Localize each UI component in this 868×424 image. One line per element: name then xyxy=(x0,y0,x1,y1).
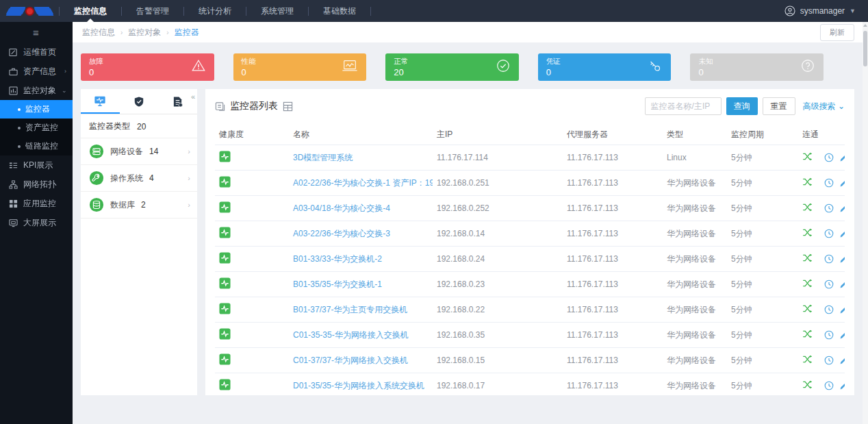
edit-icon[interactable] xyxy=(839,356,845,365)
type-item-network-device[interactable]: 网络设备 14 › xyxy=(81,138,197,165)
collapse-panel-icon[interactable]: « xyxy=(191,92,195,101)
sidebar-subitem-link-monitor[interactable]: 链路监控 xyxy=(0,137,73,155)
type-item-operating-system[interactable]: 操作系统 4 › xyxy=(81,165,197,192)
vertical-scrollbar[interactable] xyxy=(863,22,868,424)
monitor-name-link[interactable]: B01-37/37-华为主页专用交换机 xyxy=(293,305,407,314)
table-row[interactable]: B01-33/33-华为交换机-2 192.168.0.24 11.176.17… xyxy=(215,247,845,272)
username: sysmanager xyxy=(800,6,845,16)
edit-icon[interactable] xyxy=(839,331,845,340)
sidebar-subitem-asset-monitor[interactable]: 资产监控 xyxy=(0,119,73,137)
schedule-icon[interactable] xyxy=(824,254,834,264)
edit-icon[interactable] xyxy=(839,305,845,314)
monitor-name-link[interactable]: C01-35-35-华为网络接入交换机 xyxy=(293,330,409,340)
connectivity-icon[interactable] xyxy=(802,177,813,186)
sidebar-item-kpi-display[interactable]: KPI展示 xyxy=(0,155,73,175)
table-row[interactable]: A02-22/36-华为核心交换-1 资产IP：192.168.0.251 19… xyxy=(215,171,845,196)
monitor-name-link[interactable]: A03-04/18-华为核心交换-4 xyxy=(293,203,390,213)
status-card-fault[interactable]: 故障 0 xyxy=(81,53,214,81)
type-item-label: 数据库 xyxy=(110,199,135,211)
breadcrumb-monitoring-info[interactable]: 监控信息 xyxy=(82,27,115,38)
monitor-name-link[interactable]: A03-22/36-华为核心交换-3 xyxy=(293,229,390,238)
proxy-server-cell: 11.176.17.113 xyxy=(563,203,663,213)
table-row[interactable]: C01-35-35-华为网络接入交换机 192.168.0.35 11.176.… xyxy=(215,323,845,348)
reset-button[interactable]: 重置 xyxy=(763,97,795,115)
connectivity-icon[interactable] xyxy=(802,329,813,338)
tab-monitor-types[interactable] xyxy=(81,89,120,114)
proxy-server-cell: 11.176.17.113 xyxy=(563,153,663,162)
table-row[interactable]: C01-37/37-华为网络接入交换机 192.168.0.15 11.176.… xyxy=(215,348,845,373)
schedule-icon[interactable] xyxy=(824,356,834,365)
table-row[interactable]: D01-35/35-华为网络接入系统交换机 192.168.0.17 11.17… xyxy=(215,373,845,395)
nav-item-base-data[interactable]: 基础数据 xyxy=(309,0,370,22)
nav-item-statistics[interactable]: 统计分析 xyxy=(184,0,246,22)
edit-icon[interactable] xyxy=(839,229,845,238)
table-row[interactable]: B01-37/37-华为主页专用交换机 192.168.0.22 11.176.… xyxy=(215,297,845,323)
nav-item-monitoring-info[interactable]: 监控信息 xyxy=(60,0,121,22)
status-card-performance[interactable]: 性能 0 xyxy=(233,53,367,81)
search-input[interactable] xyxy=(645,97,722,115)
sidebar-item-network-topology[interactable]: 网络拓扑 xyxy=(0,175,73,194)
status-card-credential[interactable]: 凭证 0 xyxy=(538,53,672,81)
user-menu[interactable]: sysmanager ▼ xyxy=(784,5,868,16)
tab-security[interactable] xyxy=(120,89,159,114)
sidebar-item-app-monitor[interactable]: 应用监控 xyxy=(0,194,73,213)
connectivity-icon[interactable] xyxy=(802,355,813,364)
monitor-name-link[interactable]: D01-35/35-华为网络接入系统交换机 xyxy=(293,381,424,390)
schedule-icon[interactable] xyxy=(824,305,834,314)
refresh-button[interactable]: 刷新 xyxy=(820,24,854,41)
sidebar-item-monitor-objects[interactable]: 监控对象 ⌄ xyxy=(0,81,73,100)
edit-icon[interactable] xyxy=(839,255,845,264)
edit-icon[interactable] xyxy=(839,382,845,390)
column-header: 主IP xyxy=(433,129,563,140)
chevron-right-icon: › xyxy=(188,147,190,155)
monitor-name-link[interactable]: C01-37/37-华为网络接入交换机 xyxy=(293,356,408,365)
sidebar-item-ops-home[interactable]: 运维首页 xyxy=(0,42,73,62)
host-ip-cell: 192.168.0.252 xyxy=(433,203,563,213)
collapse-menu-icon[interactable]: ≡ xyxy=(0,22,73,42)
connectivity-icon[interactable] xyxy=(802,228,813,237)
schedule-icon[interactable] xyxy=(824,229,834,238)
table-row[interactable]: A03-04/18-华为核心交换-4 192.168.0.252 11.176.… xyxy=(215,196,845,221)
sidebar-item-big-screen[interactable]: 大屏展示 xyxy=(0,213,73,232)
schedule-icon[interactable] xyxy=(824,178,834,188)
schedule-icon[interactable] xyxy=(824,203,834,213)
type-item-database[interactable]: 数据库 2 › xyxy=(81,192,197,219)
status-card-normal[interactable]: 正常 20 xyxy=(385,53,519,81)
connectivity-icon[interactable] xyxy=(802,203,813,212)
advanced-search-link[interactable]: 高级搜索 ⌄ xyxy=(803,101,845,112)
scrollbar-up-arrow-icon[interactable] xyxy=(863,24,867,27)
edit-icon[interactable] xyxy=(839,153,845,162)
breadcrumb-monitor-objects[interactable]: 监控对象 xyxy=(128,27,161,38)
connectivity-icon[interactable] xyxy=(802,304,813,313)
table-row[interactable]: A03-22/36-华为核心交换-3 192.168.0.14 11.176.1… xyxy=(215,221,845,247)
status-card-unknown[interactable]: 未知 0 xyxy=(690,53,824,81)
monitor-name-link[interactable]: B01-33/33-华为交换机-2 xyxy=(293,254,382,264)
monitor-name-link[interactable]: 3D模型管理系统 xyxy=(293,153,353,162)
schedule-icon[interactable] xyxy=(824,330,834,340)
edit-icon[interactable] xyxy=(839,179,845,188)
monitor-name-link[interactable]: A02-22/36-华为核心交换-1 资产IP：192.168.0.251 xyxy=(293,178,433,188)
table-row[interactable]: 3D模型管理系统 11.176.17.114 11.176.17.113 Lin… xyxy=(215,145,845,171)
grid-view-icon[interactable] xyxy=(283,101,293,112)
sidebar-subitem-label: 链路监控 xyxy=(25,140,58,152)
sidebar-item-label: 运维首页 xyxy=(23,47,56,58)
sidebar-subitem-monitors[interactable]: 监控器 xyxy=(0,100,73,119)
sidebar-item-asset-info[interactable]: 资产信息 › xyxy=(0,62,73,81)
schedule-icon[interactable] xyxy=(824,279,834,289)
nav-item-system-management[interactable]: 系统管理 xyxy=(246,0,308,22)
edit-icon[interactable] xyxy=(839,280,845,289)
host-ip-cell: 192.168.0.14 xyxy=(433,229,563,238)
schedule-icon[interactable] xyxy=(824,153,834,162)
edit-icon[interactable] xyxy=(839,204,845,213)
connectivity-icon[interactable] xyxy=(802,279,813,288)
monitor-name-link[interactable]: B01-35/35-华为交换机-1 xyxy=(293,279,382,289)
connectivity-icon[interactable] xyxy=(802,380,813,389)
query-button[interactable]: 查询 xyxy=(726,97,758,115)
scrollbar-thumb[interactable] xyxy=(863,31,867,66)
card-label: 凭证 xyxy=(546,57,663,66)
connectivity-icon[interactable] xyxy=(802,253,813,262)
table-row[interactable]: B01-35/35-华为交换机-1 192.168.0.23 11.176.17… xyxy=(215,272,845,297)
nav-item-alarm-management[interactable]: 告警管理 xyxy=(122,0,183,22)
schedule-icon[interactable] xyxy=(824,381,834,390)
connectivity-icon[interactable] xyxy=(802,152,813,161)
